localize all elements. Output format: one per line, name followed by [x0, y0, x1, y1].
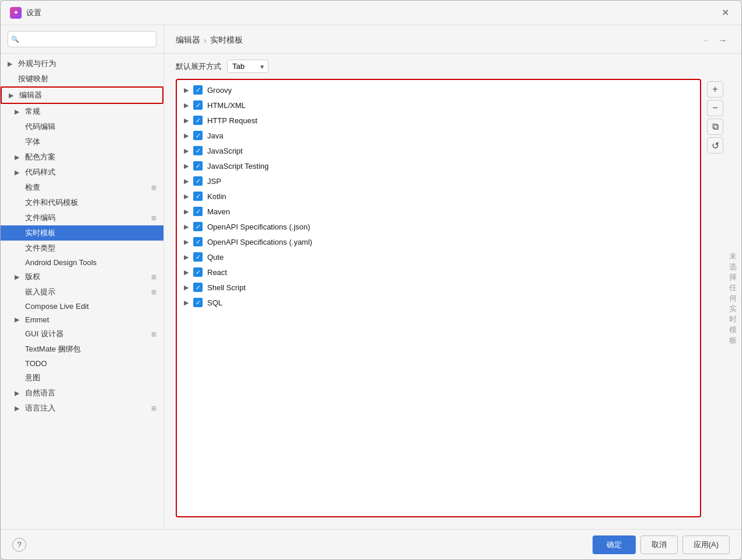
checkbox-checked[interactable]: ✓ [193, 237, 203, 246]
sidebar-item-code-edit[interactable]: 代码编辑 [1, 119, 163, 134]
main-header: 编辑器 › 实时模板 ← → [164, 25, 741, 54]
sidebar-item-label: 代码编辑 [25, 121, 55, 132]
sidebar-item-emmet[interactable]: ▶Emmet [1, 313, 163, 326]
sidebar-item-label: Android Design Tools [25, 258, 97, 267]
checkbox-checked[interactable]: ✓ [193, 298, 203, 307]
expand-label: 默认展开方式 [176, 61, 221, 72]
sidebar-item-textmate[interactable]: TextMate 捆绑包 [1, 342, 163, 357]
right-tools: + − ⧉ ↺ [707, 79, 723, 517]
sidebar-item-general[interactable]: ▶常规 [1, 104, 163, 119]
template-row[interactable]: ▶✓JavaScript [177, 143, 700, 158]
sidebar-item-live-template[interactable]: 实时模板 [1, 225, 163, 241]
checkbox-checked[interactable]: ✓ [193, 146, 203, 155]
inline-settings-icon: ⊞ [151, 214, 156, 222]
template-row[interactable]: ▶✓Java [177, 128, 700, 143]
sidebar-item-inline-hint[interactable]: 嵌入提示⊞ [1, 284, 163, 300]
bottom-right: 确定 取消 应用(A) [593, 535, 730, 554]
sidebar-item-color-scheme[interactable]: ▶配色方案 [1, 149, 163, 165]
checkbox-checked[interactable]: ✓ [193, 161, 203, 171]
template-name-label: Groovy [207, 86, 232, 95]
template-row[interactable]: ▶✓Shell Script [177, 280, 700, 295]
sidebar-item-copyright[interactable]: ▶版权⊞ [1, 269, 163, 284]
copy-button[interactable]: ⧉ [707, 119, 723, 135]
template-row[interactable]: ▶✓OpenAPI Specifications (.yaml) [177, 234, 700, 249]
sidebar-item-label: 检查 [25, 182, 40, 193]
remove-button[interactable]: − [707, 100, 723, 116]
checkbox-checked[interactable]: ✓ [193, 131, 203, 140]
template-row[interactable]: ▶✓Groovy [177, 82, 700, 98]
checkbox-checked[interactable]: ✓ [193, 116, 203, 125]
template-row[interactable]: ▶✓React [177, 265, 700, 280]
add-button[interactable]: + [707, 81, 723, 98]
sidebar-item-android-design[interactable]: Android Design Tools [1, 256, 163, 269]
checkbox-checked[interactable]: ✓ [193, 176, 203, 186]
checkbox-checked[interactable]: ✓ [193, 192, 203, 201]
breadcrumb: 编辑器 › 实时模板 [176, 35, 243, 46]
sidebar-item-lang-inject[interactable]: ▶语言注入⊞ [1, 401, 163, 416]
template-row[interactable]: ▶✓HTML/XML [177, 98, 700, 113]
sidebar-item-todo[interactable]: TODO [1, 357, 163, 370]
template-row[interactable]: ▶✓HTTP Request [177, 113, 700, 128]
sidebar-item-label: 自然语言 [25, 388, 55, 398]
template-name-label: JSP [207, 177, 221, 186]
close-button[interactable]: ✕ [718, 6, 732, 20]
chevron-right-icon: ▶ [184, 117, 193, 124]
cancel-button[interactable]: 取消 [640, 535, 678, 554]
sidebar-item-compose-live[interactable]: Compose Live Edit [1, 300, 163, 313]
chevron-right-icon: ▶ [184, 178, 193, 185]
reset-button[interactable]: ↺ [707, 137, 723, 154]
forward-button[interactable]: → [716, 33, 730, 47]
bottom-bar: ? 确定 取消 应用(A) [1, 529, 741, 559]
sidebar-item-keymap[interactable]: 按键映射 [1, 71, 163, 86]
chevron-right-icon: ▶ [184, 223, 193, 231]
sidebar-item-appearance[interactable]: ▶外观与行为 [1, 56, 163, 71]
nav-arrows: ← → [699, 33, 730, 47]
chevron-right-icon: ▶ [184, 132, 193, 140]
template-row[interactable]: ▶✓JavaScript Testing [177, 158, 700, 173]
sidebar-item-code-style[interactable]: ▶代码样式 [1, 165, 163, 180]
template-row[interactable]: ▶✓JSP [177, 173, 700, 189]
template-row[interactable]: ▶✓OpenAPI Specifications (.json) [177, 219, 700, 234]
checkbox-checked[interactable]: ✓ [193, 85, 203, 95]
ok-button[interactable]: 确定 [593, 535, 636, 554]
checkbox-checked[interactable]: ✓ [193, 252, 203, 262]
chevron-right-icon: ▶ [184, 299, 193, 307]
help-button[interactable]: ? [12, 538, 26, 552]
chevron-right-icon: ▶ [184, 269, 193, 276]
sidebar-item-gui-designer[interactable]: GUI 设计器⊞ [1, 326, 163, 342]
template-row[interactable]: ▶✓Kotlin [177, 189, 700, 204]
template-row[interactable]: ▶✓SQL [177, 295, 700, 310]
search-input[interactable] [8, 31, 156, 47]
inline-settings-icon: ⊞ [151, 288, 156, 296]
checkbox-checked[interactable]: ✓ [193, 283, 203, 292]
chevron-right-icon: ▶ [15, 108, 23, 116]
back-button[interactable]: ← [699, 33, 713, 47]
sidebar-item-intention[interactable]: 意图 [1, 370, 163, 385]
sidebar-item-file-code-template[interactable]: 文件和代码模板 [1, 195, 163, 210]
sidebar-item-label: 意图 [25, 373, 40, 383]
checkbox-checked[interactable]: ✓ [193, 267, 203, 277]
sidebar-item-file-type[interactable]: 文件类型 [1, 241, 163, 256]
template-name-label: Kotlin [207, 192, 227, 201]
template-name-label: React [207, 268, 227, 277]
checkbox-checked[interactable]: ✓ [193, 222, 203, 231]
template-name-label: JavaScript Testing [207, 162, 269, 171]
sidebar-item-natural-lang[interactable]: ▶自然语言 [1, 385, 163, 401]
chevron-right-icon: ▶ [15, 154, 23, 161]
sidebar-item-editor[interactable]: ▶编辑器 [1, 86, 163, 104]
sidebar-item-file-encoding[interactable]: 文件编码⊞ [1, 210, 163, 225]
checkbox-checked[interactable]: ✓ [193, 100, 203, 110]
apply-button[interactable]: 应用(A) [682, 535, 730, 554]
template-name-label: Qute [207, 253, 224, 262]
chevron-right-icon: ▶ [184, 102, 193, 109]
checkbox-checked[interactable]: ✓ [193, 207, 203, 216]
template-row[interactable]: ▶✓Maven [177, 204, 700, 219]
template-row[interactable]: ▶✓Qute [177, 249, 700, 265]
expand-select[interactable]: TabEnterSpace [227, 60, 269, 73]
sidebar-item-inspect[interactable]: 检查⊞ [1, 180, 163, 195]
template-name-label: Maven [207, 207, 230, 216]
chevron-right-icon: ▶ [15, 316, 23, 324]
breadcrumb-sep: › [204, 36, 207, 45]
sidebar: ▶外观与行为按键映射▶编辑器▶常规代码编辑字体▶配色方案▶代码样式检查⊞文件和代… [1, 25, 164, 529]
sidebar-item-font[interactable]: 字体 [1, 134, 163, 149]
